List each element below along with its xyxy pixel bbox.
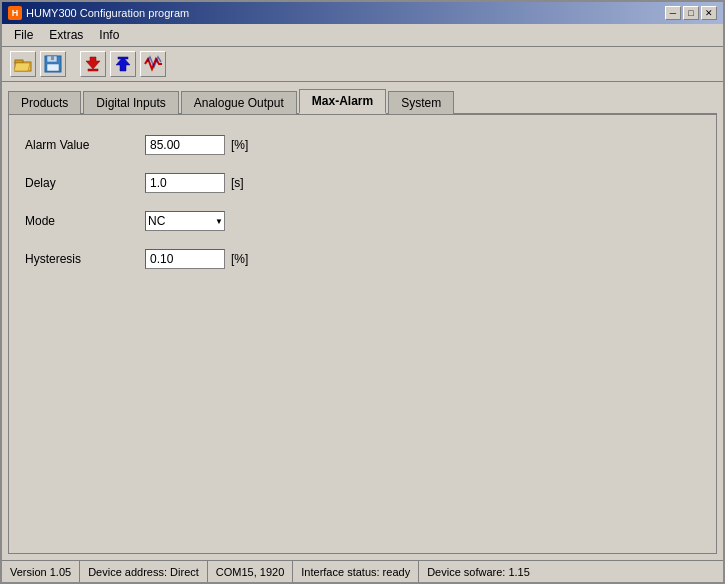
tab-max-alarm[interactable]: Max-Alarm <box>299 89 386 114</box>
app-icon: H <box>8 6 22 20</box>
alarm-value-unit: [%] <box>231 138 248 152</box>
status-device-address: Device address: Direct <box>80 561 208 582</box>
mode-select-wrapper: NC NO ▼ <box>145 211 225 231</box>
open-folder-icon <box>14 55 32 73</box>
hysteresis-unit: [%] <box>231 252 248 266</box>
open-button[interactable] <box>10 51 36 77</box>
minimize-button[interactable]: ─ <box>665 6 681 20</box>
status-com-port: COM15, 1920 <box>208 561 293 582</box>
main-window: H HUMY300 Configuration program ─ □ ✕ Fi… <box>0 0 725 584</box>
window-title: HUMY300 Configuration program <box>26 7 189 19</box>
connect-button[interactable] <box>140 51 166 77</box>
status-version: Version 1.05 <box>2 561 80 582</box>
upload-button[interactable] <box>110 51 136 77</box>
close-button[interactable]: ✕ <box>701 6 717 20</box>
svg-rect-7 <box>51 56 54 60</box>
svg-rect-11 <box>118 57 128 59</box>
status-bar: Version 1.05 Device address: Direct COM1… <box>2 560 723 582</box>
download-icon <box>84 55 102 73</box>
mode-label: Mode <box>25 214 145 228</box>
menu-extras[interactable]: Extras <box>41 26 91 44</box>
download-button[interactable] <box>80 51 106 77</box>
title-bar: H HUMY300 Configuration program ─ □ ✕ <box>2 2 723 24</box>
delay-unit: [s] <box>231 176 244 190</box>
svg-rect-9 <box>88 69 98 71</box>
delay-row: Delay [s] <box>25 173 700 193</box>
mode-row: Mode NC NO ▼ <box>25 211 700 231</box>
delay-label: Delay <box>25 176 145 190</box>
alarm-value-row: Alarm Value [%] <box>25 135 700 155</box>
tab-system[interactable]: System <box>388 91 454 114</box>
menu-file[interactable]: File <box>6 26 41 44</box>
menu-info[interactable]: Info <box>91 26 127 44</box>
toolbar <box>2 47 723 82</box>
tab-bar: Products Digital Inputs Analogue Output … <box>8 88 717 115</box>
status-interface: Interface status: ready <box>293 561 419 582</box>
svg-rect-6 <box>47 64 59 71</box>
svg-marker-3 <box>14 63 30 71</box>
svg-marker-8 <box>86 57 100 69</box>
maximize-button[interactable]: □ <box>683 6 699 20</box>
menu-bar: File Extras Info <box>2 24 723 47</box>
connect-icon <box>144 55 162 73</box>
upload-icon <box>114 55 132 73</box>
tab-digital-inputs[interactable]: Digital Inputs <box>83 91 178 114</box>
delay-input[interactable] <box>145 173 225 193</box>
main-content: Products Digital Inputs Analogue Output … <box>2 82 723 560</box>
save-icon <box>44 55 62 73</box>
tab-products[interactable]: Products <box>8 91 81 114</box>
hysteresis-input[interactable] <box>145 249 225 269</box>
alarm-value-label: Alarm Value <box>25 138 145 152</box>
tab-panel-max-alarm: Alarm Value [%] Delay [s] Mode NC NO ▼ <box>8 115 717 554</box>
title-bar-buttons: ─ □ ✕ <box>665 6 717 20</box>
title-bar-left: H HUMY300 Configuration program <box>8 6 189 20</box>
svg-rect-2 <box>15 60 23 63</box>
mode-select[interactable]: NC NO <box>145 211 225 231</box>
alarm-value-input[interactable] <box>145 135 225 155</box>
hysteresis-label: Hysteresis <box>25 252 145 266</box>
save-button[interactable] <box>40 51 66 77</box>
tab-analogue-output[interactable]: Analogue Output <box>181 91 297 114</box>
hysteresis-row: Hysteresis [%] <box>25 249 700 269</box>
status-device-software: Device sofware: 1.15 <box>419 561 723 582</box>
